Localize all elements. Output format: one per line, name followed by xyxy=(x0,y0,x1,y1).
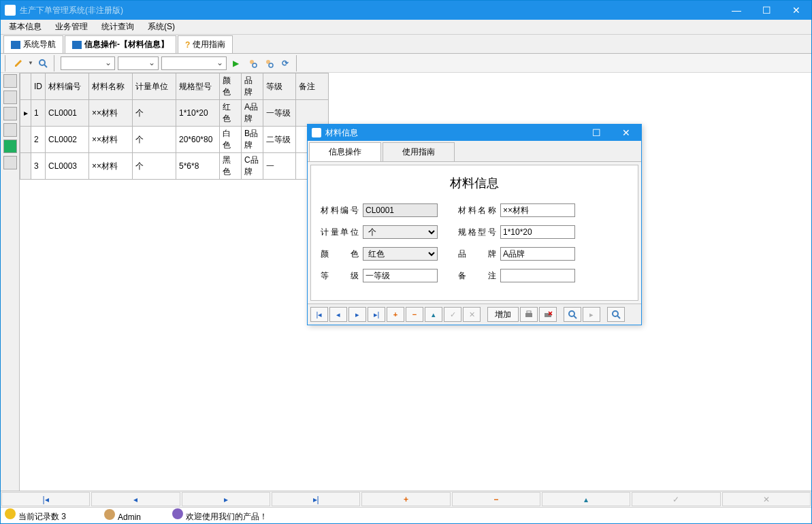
svg-point-0 xyxy=(39,60,45,65)
nav-last-button[interactable]: ▸| xyxy=(368,307,385,322)
bn-last[interactable]: ▸| xyxy=(272,492,360,506)
print-cancel-button[interactable] xyxy=(539,307,557,322)
nav-next-button[interactable]: ▸ xyxy=(348,307,366,322)
edit-dropdown-icon[interactable]: ▼ xyxy=(28,60,33,66)
run-button[interactable]: ▶ xyxy=(229,56,243,70)
dialog-title: 材料信息 xyxy=(325,127,358,139)
bn-next[interactable]: ▸ xyxy=(182,492,270,506)
side-btn-6[interactable] xyxy=(3,156,17,169)
bn-up[interactable]: ▴ xyxy=(542,492,630,506)
label-spec: 规格型号 xyxy=(458,227,496,238)
col-color[interactable]: 颜色 xyxy=(220,73,242,100)
dialog-maximize-button[interactable]: ☐ xyxy=(581,125,611,141)
col-grade[interactable]: 等级 xyxy=(263,73,296,100)
table-row[interactable]: ▸ 1CL0001××材料个1*10*20红色A品牌一等级 xyxy=(20,100,329,127)
nav-up-button[interactable]: ▴ xyxy=(425,307,442,322)
label-code: 材料编号 xyxy=(321,205,359,216)
input-name[interactable] xyxy=(500,203,575,217)
play-button[interactable]: ▸ xyxy=(583,307,600,322)
nav-delete-button[interactable]: − xyxy=(406,307,423,322)
grid-icon xyxy=(72,41,82,49)
select-color[interactable]: 红色 xyxy=(363,247,438,261)
bn-add[interactable]: + xyxy=(361,492,450,506)
table-row[interactable]: 3CL0003××材料个5*6*8黑色C品牌一 xyxy=(20,153,329,180)
add-button[interactable]: 增加 xyxy=(487,307,519,322)
toolbar: ▼ ▶ ⟳ xyxy=(1,54,811,73)
nav-first-button[interactable]: |◂ xyxy=(310,307,328,322)
input-code[interactable] xyxy=(363,203,438,217)
svg-line-12 xyxy=(617,316,620,318)
tab-system-nav[interactable]: 系统导航 xyxy=(3,35,63,53)
tab-info-operation[interactable]: 信息操作-【材料信息】 xyxy=(65,35,176,53)
content-area: ID 材料编号 材料名称 计量单位 规格型号 颜色 品牌 等级 备注 ▸ 1CL… xyxy=(20,73,811,491)
bn-first[interactable]: |◂ xyxy=(1,492,90,506)
material-dialog: 材料信息 ☐ ✕ 信息操作 使用指南 材料信息 材料编号 材料名称 计量单位个 … xyxy=(307,124,642,325)
close-button[interactable]: ✕ xyxy=(781,1,811,20)
label-color: 颜 色 xyxy=(321,248,359,260)
bottom-nav: |◂ ◂ ▸ ▸| + − ▴ ✓ ✕ xyxy=(1,491,811,507)
input-remark[interactable] xyxy=(500,269,575,282)
dialog-icon xyxy=(312,128,321,137)
tab-bar: 系统导航 信息操作-【材料信息】 ?使用指南 xyxy=(1,35,811,54)
refresh-button[interactable]: ⟳ xyxy=(278,56,292,70)
bn-cancel[interactable]: ✕ xyxy=(722,492,811,506)
minimize-button[interactable]: ― xyxy=(721,1,751,20)
dialog-tab-guide[interactable]: 使用指南 xyxy=(383,142,455,161)
find-user1-button[interactable] xyxy=(246,56,259,70)
filter-field-combo[interactable] xyxy=(61,56,115,70)
input-grade[interactable] xyxy=(363,269,438,282)
side-btn-1[interactable] xyxy=(3,74,17,88)
dialog-toolbar: |◂ ◂ ▸ ▸| + − ▴ ✓ ✕ 增加 ▸ xyxy=(308,304,641,325)
menu-basic[interactable]: 基本信息 xyxy=(3,20,47,34)
select-unit[interactable]: 个 xyxy=(363,225,438,239)
col-remark[interactable]: 备注 xyxy=(296,73,329,100)
maximize-button[interactable]: ☐ xyxy=(751,1,781,20)
svg-point-9 xyxy=(569,311,574,316)
filter-value-combo[interactable] xyxy=(161,56,227,70)
bn-delete[interactable]: − xyxy=(452,492,540,506)
bn-prev[interactable]: ◂ xyxy=(91,492,180,506)
window-icon xyxy=(11,41,20,49)
status-user: Admin xyxy=(118,512,141,522)
zoom2-button[interactable] xyxy=(607,307,625,322)
user-icon xyxy=(104,509,115,520)
find-user2-button[interactable] xyxy=(262,56,276,70)
filter-op-combo[interactable] xyxy=(118,56,159,70)
svg-line-1 xyxy=(44,65,47,67)
menu-business[interactable]: 业务管理 xyxy=(50,20,93,34)
col-name[interactable]: 材料名称 xyxy=(89,73,133,100)
nav-prev-button[interactable]: ◂ xyxy=(329,307,347,322)
print-button[interactable] xyxy=(520,307,538,322)
col-code[interactable]: 材料编号 xyxy=(46,73,89,100)
menu-bar: 基本信息 业务管理 统计查询 系统(S) xyxy=(1,20,811,35)
tab-user-guide[interactable]: ?使用指南 xyxy=(178,35,233,53)
zoom-button[interactable] xyxy=(564,307,581,322)
col-id[interactable]: ID xyxy=(31,73,46,100)
search-button[interactable] xyxy=(36,56,50,70)
help-icon: ? xyxy=(185,40,190,50)
nav-add-button[interactable]: + xyxy=(387,307,404,322)
sidebar xyxy=(1,73,20,491)
materials-table: ID 材料编号 材料名称 计量单位 规格型号 颜色 品牌 等级 备注 ▸ 1CL… xyxy=(20,73,329,180)
dialog-tab-info[interactable]: 信息操作 xyxy=(309,142,381,161)
side-btn-2[interactable] xyxy=(3,91,17,104)
menu-stats[interactable]: 统计查询 xyxy=(96,20,140,34)
edit-button[interactable] xyxy=(12,56,25,70)
input-brand[interactable] xyxy=(500,247,575,261)
nav-check-button[interactable]: ✓ xyxy=(444,307,461,322)
side-btn-4[interactable] xyxy=(3,123,17,137)
bn-check[interactable]: ✓ xyxy=(632,492,720,506)
table-row[interactable]: 2CL0002××材料个20*60*80白色B品牌二等级 xyxy=(20,127,329,153)
dialog-close-button[interactable]: ✕ xyxy=(611,125,641,141)
input-spec[interactable] xyxy=(500,225,575,239)
nav-cancel-button[interactable]: ✕ xyxy=(463,307,481,322)
col-brand[interactable]: 品牌 xyxy=(242,73,263,100)
main-area: ID 材料编号 材料名称 计量单位 规格型号 颜色 品牌 等级 备注 ▸ 1CL… xyxy=(1,73,811,491)
title-bar: 生产下单管理系统(非注册版) ― ☐ ✕ xyxy=(1,1,811,20)
col-spec[interactable]: 规格型号 xyxy=(176,73,220,100)
dialog-title-bar[interactable]: 材料信息 ☐ ✕ xyxy=(308,125,641,141)
menu-system[interactable]: 系统(S) xyxy=(142,20,180,34)
side-btn-3[interactable] xyxy=(3,107,17,120)
col-unit[interactable]: 计量单位 xyxy=(133,73,176,100)
side-btn-5[interactable] xyxy=(3,140,17,153)
